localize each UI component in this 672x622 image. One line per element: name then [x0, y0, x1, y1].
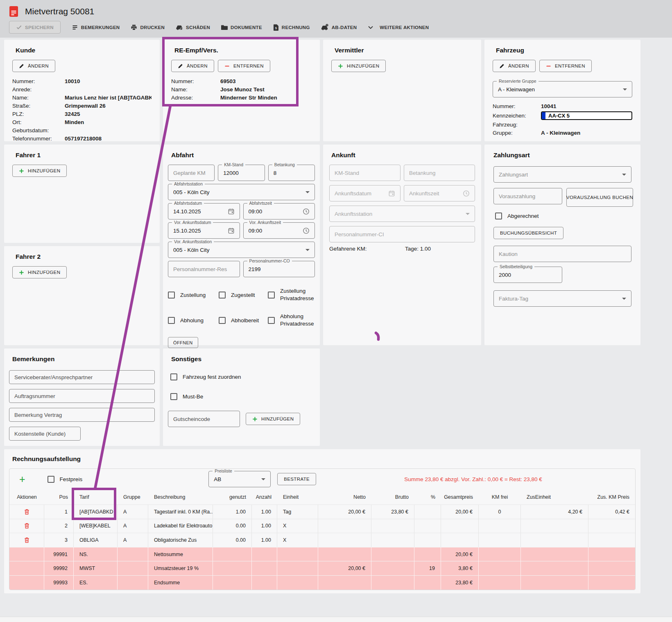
invoice-cell: 0.00 [213, 533, 252, 547]
invoice-cell [521, 576, 588, 590]
zahlungsart-select[interactable]: Zahlungsart [493, 166, 631, 183]
auftragsnummer-input[interactable]: Auftragsnummer [9, 389, 155, 403]
invoice-table: + Festpreis Preisliste AB BESTRATE Summe… [9, 468, 636, 590]
personalnummer-co-input[interactable]: Personalnummer-CO2199 [243, 261, 315, 277]
ankunftsstation-select[interactable]: Ankunftsstation [329, 206, 475, 222]
panel-rechnungsaufstellung: Rechnungsaufstellung + Festpreis Preisli… [4, 449, 640, 593]
invoice-cell: X [277, 519, 318, 533]
trash-icon[interactable] [24, 537, 30, 543]
fahrer1-add-button[interactable]: HINZUFÜGEN [12, 165, 67, 177]
bemerkung-vertrag-input[interactable]: Bemerkung Vertrag [9, 408, 155, 422]
kv-row: Fahrzeug: [493, 121, 632, 129]
oeffnen-button[interactable]: ÖFFNEN [168, 337, 198, 348]
fahrzeug-change-button[interactable]: ÄNDERN [493, 60, 536, 72]
invoice-cell [371, 533, 414, 547]
kaution-input[interactable]: Kaution [493, 246, 631, 262]
vor-ankunftszeit-input[interactable]: Vor. Ankunftszeit09:00 [243, 222, 315, 239]
kunde-change-button[interactable]: ÄNDERN [12, 60, 55, 72]
vor-ankunftsstation-select[interactable]: Vor. Ankunftsstation005 - Köln City [168, 242, 315, 258]
row-actions-cell[interactable] [9, 505, 44, 519]
preisliste-select[interactable]: Preisliste AB [208, 471, 271, 487]
checkbox-abholung-privatadresse[interactable]: Abholung Privatadresse [268, 313, 318, 328]
invoice-cell: 2 [44, 519, 74, 533]
calendar-icon[interactable] [228, 227, 235, 234]
fahrer2-add-button[interactable]: HINZUFÜGEN [12, 266, 67, 278]
reservierte-gruppe-select[interactable]: Reservierte Gruppe A - Kleinwagen [493, 81, 632, 97]
clock-icon[interactable] [463, 190, 470, 197]
checkbox-festpreis[interactable]: Festpreis [48, 476, 83, 483]
betankung-input[interactable]: Betankung8 [268, 165, 315, 181]
checkbox-zugestellt[interactable]: Zugestellt [219, 292, 268, 299]
invoice-cell: 20,00 € [441, 547, 479, 561]
checkbox-abgerechnet[interactable]: Abgerechnet [495, 213, 631, 219]
clock-icon[interactable] [303, 227, 310, 234]
checkbox-abholbereit[interactable]: Abholbereit [219, 317, 268, 324]
calendar-icon[interactable] [388, 190, 395, 197]
invoice-cell [521, 519, 588, 533]
row-actions-cell [9, 561, 44, 575]
abfahrtsstation-select[interactable]: Abfahrtsstation005 - Köln City [168, 184, 315, 200]
add-position-icon[interactable]: + [19, 475, 25, 483]
checkbox-fahrzeug-fest-zuordnen[interactable]: Fahrzeug fest zuordnen [170, 373, 315, 380]
toolbar-weitere-aktionen[interactable]: WEITERE AKTIONEN [368, 25, 429, 30]
calendar-icon[interactable] [228, 208, 235, 215]
invoice-cell: 99993 [44, 576, 74, 590]
kv-row: Geburtsdatum: [12, 127, 152, 135]
re-empf-remove-button[interactable]: ENTFERNEN [218, 60, 270, 72]
toolbar-drucken[interactable]: DRUCKEN [131, 24, 165, 31]
invoice-cell [118, 576, 148, 590]
invoice-cell: 0,42 € [588, 505, 635, 519]
pencil-icon [178, 63, 183, 69]
row-actions-cell[interactable] [9, 533, 44, 547]
save-button[interactable]: SPEICHERN [9, 21, 61, 34]
toolbar-rechnung[interactable]: $ RECHNUNG [273, 24, 310, 31]
km-stand-input[interactable]: KM-Stand12000 [218, 165, 265, 181]
ankunft-km-stand-input[interactable]: KM-Stand [329, 165, 400, 181]
selbstbeteiligung-input[interactable]: Selbstbeteiligung2000 [493, 267, 562, 283]
invoice-row: 3OBLIGAAObligatorische Zus0.001.00X [9, 533, 635, 547]
bestrate-button[interactable]: BESTRATE [277, 473, 316, 485]
gutschein-add-button[interactable]: HINZUFÜGEN [246, 413, 300, 425]
checkbox-must-be[interactable]: Must-Be [170, 393, 315, 400]
checkbox-zustellung-privatadresse[interactable]: Zustellung Privatadresse [268, 287, 318, 302]
toolbar-ab-daten[interactable]: AB-DATEN [321, 24, 357, 31]
checkbox-zustellung[interactable]: Zustellung [168, 292, 219, 299]
faktura-tag-select[interactable]: Faktura-Tag [493, 290, 631, 307]
vermittler-add-button[interactable]: HINZUFÜGEN [331, 60, 386, 72]
abfahrtszeit-input[interactable]: Abfahrtszeit09:00 [243, 203, 315, 219]
checkbox-icon [168, 292, 175, 299]
invoice-cell: 23,80 € [371, 505, 414, 519]
vorauszahlung-input[interactable]: Vorauszahlung [493, 188, 562, 204]
ankunftszeit-input[interactable]: Ankunftszeit [404, 185, 475, 201]
main-content: Kunde ÄNDERN Nummer:10010 Anrede: Name:M… [0, 38, 672, 593]
geplante-km-input[interactable]: Geplante KM [168, 165, 215, 181]
toolbar-bemerkungen[interactable]: BEMERKUNGEN [72, 24, 120, 31]
checkbox-icon [219, 292, 226, 299]
row-actions-cell[interactable] [9, 519, 44, 533]
abfahrtsdatum-input[interactable]: Abfahrtsdatum14.10.2025 [168, 203, 240, 219]
gutscheincode-input[interactable]: Gutscheincode [168, 411, 240, 427]
trash-icon[interactable] [24, 509, 30, 515]
panel-fahrer-1: Fahrer 1 HINZUFÜGEN [4, 145, 160, 243]
clock-icon[interactable] [303, 208, 310, 215]
notes-icon [72, 24, 78, 31]
ankunft-betankung-input[interactable]: Betankung [404, 165, 475, 181]
invoice-cell: [AB]TAGABKD [74, 505, 118, 519]
buchungsuebersicht-button[interactable]: BUCHUNGSÜBERSICHT [493, 227, 563, 239]
toolbar-dokumente[interactable]: DOKUMENTE [221, 25, 262, 30]
toolbar-schaeden[interactable]: SCHÄDEN [176, 24, 210, 31]
checkbox-abholung[interactable]: Abholung [168, 317, 219, 324]
ankunftsdatum-input[interactable]: Ankunftsdatum [329, 185, 400, 201]
personalnummer-res-input[interactable]: Personalnummer-Res [168, 261, 240, 277]
horizontal-scrollbar[interactable] [0, 617, 672, 622]
kv-row: Straße:Grimpenwall 26 [12, 102, 152, 110]
vorauszahlung-buchen-button[interactable]: VORAUSZAHLUNG BUCHEN [566, 188, 633, 207]
row-actions-cell [9, 576, 44, 590]
re-empf-change-button[interactable]: ÄNDERN [171, 60, 214, 72]
trash-icon[interactable] [24, 522, 30, 529]
serviceberater-input[interactable]: Serviceberater/Ansprechpartner [9, 370, 155, 384]
vor-ankunftsdatum-input[interactable]: Vor. Ankunftsdatum15.10.2025 [168, 222, 240, 239]
kostenstelle-input[interactable]: Kostenstelle (Kunde) [9, 427, 81, 441]
fahrzeug-remove-button[interactable]: ENTFERNEN [539, 60, 592, 72]
personalnummer-ci-input[interactable]: Personalnummer-CI [329, 226, 475, 242]
